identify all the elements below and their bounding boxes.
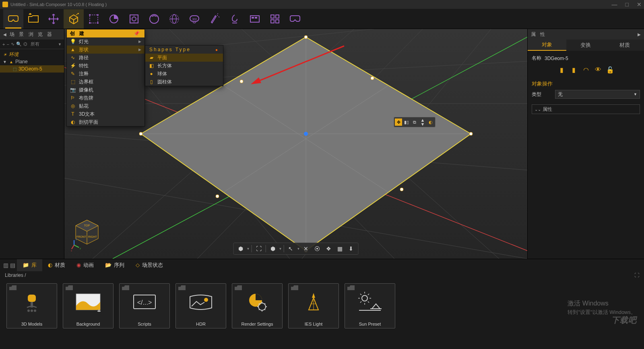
remove-icon[interactable]: − — [6, 42, 9, 47]
vr-preview-button[interactable] — [285, 9, 305, 29]
text-icon: T — [70, 111, 76, 117]
app-icon — [2, 2, 8, 7]
chevron-down-icon[interactable]: ▼ — [58, 42, 62, 46]
panel-toggle-2[interactable]: ▤ — [10, 262, 15, 268]
lib-hdr[interactable]: HDR — [175, 283, 226, 328]
menu-item-cylinder-shape[interactable]: ▯圆柱体 — [145, 78, 223, 86]
open-button[interactable] — [23, 9, 43, 29]
move-gizmo-icon[interactable]: ✥ — [395, 118, 402, 126]
down-icon[interactable]: ▼ — [419, 122, 426, 126]
name-value[interactable]: 3DGeom-5 — [545, 56, 568, 61]
pin-icon[interactable]: 📌 — [134, 31, 141, 36]
expand-icon[interactable]: ⛶ — [634, 272, 639, 278]
effects-button[interactable] — [204, 9, 225, 29]
cube-view-icon[interactable]: ⬢ — [235, 244, 246, 253]
type-select[interactable]: 无 ▼ — [555, 90, 640, 99]
properties-expand[interactable]: ⌄⌄ 属性 — [532, 104, 640, 114]
add-icon[interactable]: + — [2, 42, 5, 47]
card1-icon[interactable]: ▮ — [557, 65, 567, 75]
move-button[interactable] — [43, 9, 64, 29]
fit-icon[interactable]: ⛶ — [254, 244, 264, 253]
tree-item-plane[interactable]: ▼ ▲ Plane — [0, 58, 64, 65]
select-area-button[interactable] — [84, 9, 104, 29]
menu-item-shape[interactable]: ▲形状▶ — [67, 46, 144, 54]
align-icon[interactable]: ▮▯ — [403, 118, 410, 126]
menu-item-property[interactable]: ⚡特性 — [67, 62, 144, 70]
tab-transform[interactable]: 变换 — [566, 39, 605, 51]
light-button[interactable] — [124, 9, 144, 29]
breadcrumb-text[interactable]: Libraries / — [5, 272, 26, 278]
menu-item-annotation[interactable]: ✎注释 — [67, 70, 144, 78]
tab-object[interactable]: 对象 — [528, 39, 566, 51]
search-icon[interactable]: 🔍 — [16, 42, 22, 47]
tree-item-geom[interactable]: ⬚ 3DGeom-5 — [0, 65, 64, 73]
material-button[interactable] — [144, 9, 164, 29]
menu-item-camera[interactable]: 📷摄像机 — [67, 86, 144, 94]
shade-icon[interactable]: ⬢ — [268, 244, 278, 253]
transform-widget[interactable]: ✥ ▮▯ ⧉ ▲ ▼ ◐ — [394, 117, 436, 127]
create-button[interactable] — [64, 9, 84, 29]
menu-item-3dtext[interactable]: T3D文本 — [67, 110, 144, 118]
minimize-button[interactable]: — — [612, 1, 617, 8]
tab-sequence[interactable]: 📂序列 — [99, 259, 130, 271]
circle-icon[interactable]: ◠ — [581, 65, 591, 75]
lib-3dmodels[interactable]: 3D Models — [6, 283, 57, 328]
menu-item-sphere-shape[interactable]: ●球体 — [145, 70, 223, 78]
menu-item-plane-shape[interactable]: ▰平面 — [145, 54, 223, 62]
menu-item-path[interactable]: ∿路径 — [67, 54, 144, 62]
zoom-icon[interactable]: ⦿ — [312, 244, 322, 253]
card2-icon[interactable]: ▮ — [569, 65, 579, 75]
lib-background[interactable]: Background — [63, 283, 114, 328]
tab-scenestate[interactable]: ◇场景状态 — [130, 259, 169, 271]
menu-item-billboard[interactable]: 🏳布告牌 — [67, 94, 144, 102]
tree-item-environment[interactable]: ☀ 环境 — [0, 51, 64, 58]
filter-label[interactable]: 所有 — [31, 41, 39, 47]
lib-scripts[interactable]: </...> Scripts — [119, 283, 170, 328]
lib-sunpreset[interactable]: Sun Preset — [345, 283, 395, 328]
svg-point-40 — [304, 35, 308, 39]
scene-browser-header[interactable]: ◀ 场 景 浏 览 器 — [0, 29, 64, 39]
grid-icon[interactable]: ▦ — [334, 244, 345, 253]
hierarchy-icon[interactable]: ⌬ — [23, 42, 27, 47]
title-bar: Untitled - SimLab Composer 10 v10.8 ( Fl… — [0, 0, 644, 9]
snap-icon[interactable]: ✕ — [301, 244, 311, 253]
tab-animation[interactable]: ◉动画 — [71, 259, 99, 271]
globe-gizmo-icon[interactable]: ◐ — [427, 118, 434, 126]
close-button[interactable]: ✕ — [637, 1, 642, 8]
section-icon: ◐ — [70, 119, 76, 125]
eye-icon[interactable]: 👁 — [593, 65, 603, 75]
lib-rendersettings[interactable]: Render Settings — [232, 283, 283, 328]
tab-materials[interactable]: ◐材质 — [42, 259, 71, 271]
lib-ieslight[interactable]: IES Light — [288, 283, 339, 328]
svg-text:y: y — [80, 247, 81, 249]
drop-icon[interactable]: ⬇ — [346, 244, 356, 253]
view-cube[interactable]: TOP FRONT RIGHT zyx — [71, 217, 103, 253]
simulation-button[interactable] — [225, 9, 245, 29]
menu-item-decal[interactable]: ◎贴花 — [67, 102, 144, 110]
menu-item-light[interactable]: 💡灯光▶ — [67, 37, 144, 46]
animation-tool-button[interactable] — [245, 9, 265, 29]
panel-toggle-1[interactable]: ▥ — [3, 262, 8, 268]
link-icon[interactable]: ∿ — [11, 42, 14, 47]
render-button[interactable] — [104, 9, 124, 29]
svg-point-39 — [304, 132, 308, 136]
copy-icon[interactable]: ⧉ — [411, 118, 418, 126]
vr-mode-button[interactable] — [3, 9, 23, 29]
360-button[interactable]: 360 — [184, 9, 204, 29]
menu-item-box-shape[interactable]: ◧长方体 — [145, 62, 223, 70]
svg-point-7 — [132, 17, 136, 21]
viewport[interactable]: ✥ ▮▯ ⧉ ▲ ▼ ◐ TOP FRONT RIGHT zyx ⬢▼ — [64, 29, 527, 259]
tab-library[interactable]: 📁库 — [17, 259, 42, 271]
tab-material[interactable]: 材质 — [605, 39, 644, 51]
grid-tool-button[interactable] — [265, 9, 285, 29]
menu-item-bbox[interactable]: ⬚边界框 — [67, 78, 144, 86]
globe-button[interactable] — [164, 9, 184, 29]
cursor-icon[interactable]: ↖ — [285, 244, 296, 253]
library-breadcrumb: Libraries / ⛶ — [0, 271, 644, 280]
menu-item-section[interactable]: ◐剖切平面 — [67, 118, 144, 126]
layers-icon[interactable]: ❖ — [323, 244, 334, 253]
properties-header[interactable]: 属 性 ▶ — [528, 29, 644, 39]
lock-icon[interactable]: 🔓 — [605, 65, 615, 75]
maximize-button[interactable]: □ — [625, 1, 629, 8]
chevron-down-icon: ▼ — [634, 92, 637, 96]
